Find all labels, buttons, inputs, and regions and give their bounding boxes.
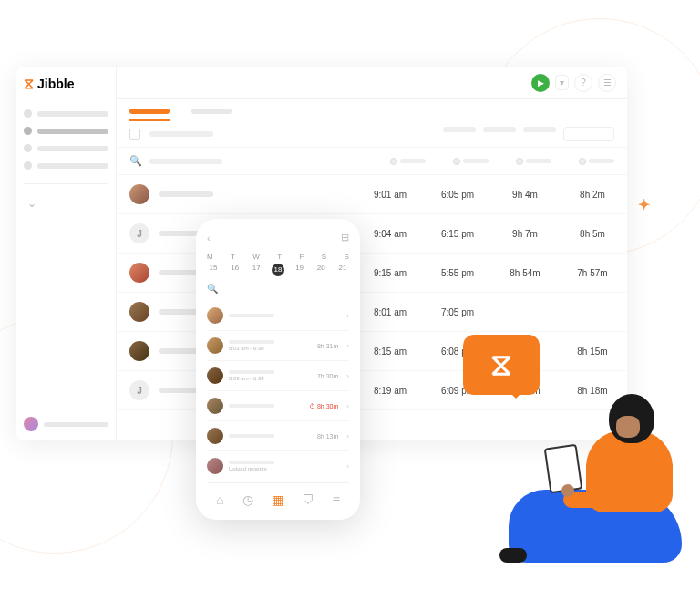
column-header[interactable] bbox=[516, 158, 551, 165]
chevron-icon: › bbox=[346, 462, 349, 471]
timer-icon[interactable]: ◷ bbox=[242, 492, 253, 507]
tab[interactable] bbox=[191, 109, 232, 114]
logo-icon: ⧖ bbox=[24, 76, 34, 92]
logo[interactable]: ⧖ Jibble bbox=[24, 76, 108, 92]
calendar-strip: MTWTFSS 15 16 17 18 19 20 21 bbox=[207, 253, 349, 276]
table-header: 🔍 bbox=[117, 147, 627, 175]
calendar-day-selected[interactable]: 18 bbox=[272, 264, 284, 276]
avatar bbox=[207, 458, 223, 474]
avatar bbox=[129, 184, 149, 204]
filter[interactable] bbox=[523, 127, 556, 132]
sidebar-item[interactable] bbox=[24, 157, 108, 174]
column-header[interactable] bbox=[390, 158, 426, 165]
tab-active[interactable] bbox=[129, 109, 170, 114]
column-header[interactable] bbox=[453, 158, 489, 165]
chevron-icon: › bbox=[346, 342, 349, 350]
filter[interactable] bbox=[483, 127, 516, 132]
help-icon[interactable]: ? bbox=[574, 74, 592, 92]
overtime-icon: ⏱ 8h 30m bbox=[309, 403, 338, 409]
avatar bbox=[207, 398, 223, 414]
sidebar-item[interactable] bbox=[24, 140, 108, 157]
tabs bbox=[117, 99, 627, 114]
calendar-day[interactable]: 21 bbox=[336, 264, 349, 276]
notifications-icon[interactable]: ☰ bbox=[598, 74, 616, 92]
search-icon[interactable]: 🔍 bbox=[129, 155, 142, 167]
sidebar-user[interactable] bbox=[24, 408, 108, 431]
calendar-day[interactable]: 15 bbox=[207, 264, 220, 276]
calendar-day[interactable]: 20 bbox=[314, 264, 327, 276]
shield-icon[interactable]: ⛉ bbox=[302, 492, 314, 507]
filter[interactable] bbox=[443, 127, 476, 132]
clock-in-button[interactable]: ▶ bbox=[531, 74, 550, 92]
chevron-icon: › bbox=[346, 312, 349, 320]
avatar bbox=[129, 341, 149, 361]
avatar: J bbox=[129, 380, 149, 400]
avatar bbox=[24, 417, 38, 431]
avatar: J bbox=[129, 223, 149, 243]
list-item[interactable]: 8h 13m› bbox=[207, 421, 349, 451]
date-range[interactable] bbox=[149, 131, 213, 137]
illustration: ⧖ bbox=[490, 335, 682, 563]
user-name bbox=[44, 422, 108, 427]
calendar-day[interactable]: 17 bbox=[250, 264, 262, 276]
topbar: ▶ ▾ ? ☰ bbox=[117, 67, 627, 99]
calendar-icon[interactable]: ⊞ bbox=[341, 232, 349, 243]
chevron-icon: › bbox=[346, 372, 349, 380]
chevron-icon: › bbox=[346, 402, 349, 410]
avatar bbox=[207, 307, 223, 324]
timesheet-icon[interactable]: ▦ bbox=[272, 492, 283, 507]
home-icon[interactable]: ⌂ bbox=[216, 492, 223, 507]
search-input[interactable] bbox=[149, 159, 222, 164]
avatar bbox=[207, 428, 223, 444]
mobile-list: › 8:03 am - 6:308h 31m› 8:09 am - 6:347h… bbox=[207, 301, 349, 482]
export-button[interactable] bbox=[563, 127, 614, 141]
table-row[interactable]: 9:15 am5:55 pm8h 54m7h 57m bbox=[117, 254, 627, 293]
person-illustration bbox=[509, 399, 682, 563]
list-item[interactable]: ⏱ 8h 30m› bbox=[207, 391, 349, 421]
table-row[interactable]: J9:04 am6:15 pm9h 7m8h 5m bbox=[117, 214, 627, 254]
menu-icon[interactable]: ≡ bbox=[333, 492, 340, 507]
calendar-day[interactable]: 19 bbox=[293, 264, 306, 276]
logo-icon: ⧖ bbox=[490, 347, 512, 383]
avatar bbox=[207, 367, 223, 384]
sidebar: ⧖ Jibble ⌄ bbox=[16, 67, 117, 440]
sidebar-item[interactable] bbox=[24, 122, 108, 140]
calendar-icon[interactable] bbox=[129, 129, 140, 140]
mobile-app: ‹ ⊞ MTWTFSS 15 16 17 18 19 20 21 🔍 › 8:0… bbox=[196, 219, 360, 520]
clock-in-dropdown[interactable]: ▾ bbox=[555, 75, 569, 90]
column-header[interactable] bbox=[579, 158, 614, 165]
mobile-search[interactable]: 🔍 bbox=[207, 276, 349, 301]
list-item[interactable]: Upload receipts› bbox=[207, 451, 349, 481]
decor-plus-icon: ✦ bbox=[638, 196, 650, 213]
list-item[interactable]: 8:09 am - 6:347h 30m› bbox=[207, 361, 349, 391]
search-icon: 🔍 bbox=[207, 284, 218, 294]
speech-bubble: ⧖ bbox=[463, 335, 540, 395]
sidebar-item[interactable] bbox=[24, 105, 108, 122]
chevron-down-icon[interactable]: ⌄ bbox=[24, 193, 108, 213]
avatar bbox=[129, 263, 149, 283]
table-row[interactable]: 8:01 am7:05 pm bbox=[117, 293, 627, 332]
calendar-day[interactable]: 16 bbox=[229, 264, 242, 276]
mobile-nav: ⌂ ◷ ▦ ⛉ ≡ bbox=[207, 482, 349, 507]
chevron-icon: › bbox=[346, 432, 349, 440]
list-item[interactable]: 8:03 am - 6:308h 31m› bbox=[207, 331, 349, 361]
avatar bbox=[129, 302, 149, 322]
avatar bbox=[207, 337, 223, 354]
list-item[interactable]: › bbox=[207, 301, 349, 331]
toolbar bbox=[117, 114, 627, 147]
back-icon[interactable]: ‹ bbox=[207, 233, 211, 243]
logo-text: Jibble bbox=[37, 77, 74, 91]
table-row[interactable]: 9:01 am6:05 pm9h 4m8h 2m bbox=[117, 175, 627, 214]
